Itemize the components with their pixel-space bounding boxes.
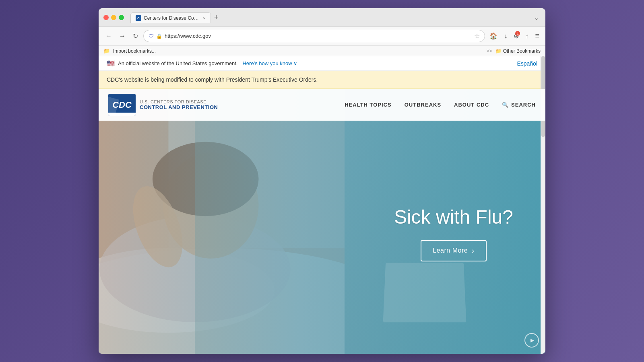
address-bar[interactable]: 🛡 🔒 https://www.cdc.gov ☆	[143, 30, 485, 42]
extensions-badge: 1	[515, 31, 520, 36]
search-icon: 🔍	[502, 102, 509, 108]
tab-favicon: C	[136, 15, 141, 21]
search-label: SEARCH	[511, 102, 536, 108]
nav-about-cdc[interactable]: ABOUT CDC	[454, 102, 489, 108]
nav-icon-group: 🏠 ↓ ⊕ 1 ↑ ≡	[488, 31, 541, 41]
learn-more-chevron-icon: ›	[472, 247, 475, 255]
forward-button[interactable]: →	[117, 31, 128, 41]
cdc-logo[interactable]: CDC U.S. CENTERS FOR DISEASE CONTROL AND…	[108, 94, 218, 116]
cdc-org-bottom: CONTROL AND PREVENTION	[140, 104, 218, 110]
title-bar: C Centers for Disease Control and × + ⌄	[99, 8, 545, 27]
menu-button[interactable]: ≡	[534, 31, 541, 41]
download-button[interactable]: ↓	[503, 31, 508, 41]
lock-icon: 🔒	[156, 33, 162, 39]
alert-banner: CDC's website is being modified to compl…	[99, 71, 545, 89]
cdc-header: CDC U.S. CENTERS FOR DISEASE CONTROL AND…	[99, 89, 545, 121]
nav-outbreaks[interactable]: OUTBREAKS	[405, 102, 441, 108]
tabs-row: C Centers for Disease Control and × + ⌄	[130, 12, 541, 23]
extensions-button[interactable]: ⊕ 1	[512, 31, 520, 41]
tabs-chevron[interactable]: ⌄	[534, 14, 539, 21]
learn-more-button[interactable]: Learn More ›	[421, 240, 486, 261]
other-bookmarks-folder-icon: 📁	[495, 48, 502, 54]
gov-banner-left: 🇺🇸 An official website of the United Sta…	[107, 60, 297, 67]
pocket-button[interactable]: 🏠	[488, 31, 499, 41]
cdc-logo-box: CDC	[108, 94, 136, 116]
us-flag-icon: 🇺🇸	[107, 60, 115, 67]
import-bookmarks-link[interactable]: Import bookmarks...	[113, 48, 156, 54]
bookmarks-bar: 📁 Import bookmarks... >> 📁 Other Bookmar…	[99, 46, 545, 56]
active-tab[interactable]: C Centers for Disease Control and ×	[130, 12, 211, 23]
hero-title: Sick with Flu?	[394, 206, 513, 228]
how-you-know-link[interactable]: Here's how you know ∨	[242, 60, 297, 66]
play-icon: ▶	[530, 337, 534, 343]
maximize-button[interactable]	[119, 15, 124, 20]
cdc-org-top: U.S. CENTERS FOR DISEASE	[140, 99, 218, 104]
nav-health-topics[interactable]: HEALTH TOPICS	[345, 102, 392, 108]
hero-content: Sick with Flu? Learn More ›	[394, 206, 513, 261]
other-bookmarks[interactable]: 📁 Other Bookmarks	[495, 48, 541, 54]
cdc-org-name: U.S. CENTERS FOR DISEASE CONTROL AND PRE…	[140, 99, 218, 110]
back-button[interactable]: ←	[103, 31, 114, 41]
share-button[interactable]: ↑	[524, 31, 530, 41]
window-controls	[103, 15, 124, 20]
bookmarks-chevron[interactable]: >>	[487, 48, 492, 54]
import-bookmarks-label: Import bookmarks...	[113, 48, 156, 54]
cdc-website-content: CDC U.S. CENTERS FOR DISEASE CONTROL AND…	[99, 89, 545, 354]
url-text: https://www.cdc.gov	[165, 33, 472, 39]
learn-more-label: Learn More	[433, 247, 468, 254]
bookmarks-folder-icon: 📁	[103, 48, 110, 54]
cdc-logo-stripe	[108, 113, 136, 116]
nav-bar: ← → ↻ 🛡 🔒 https://www.cdc.gov ☆ 🏠 ↓ ⊕ 1 …	[99, 27, 545, 46]
browser-window: C Centers for Disease Control and × + ⌄ …	[99, 8, 545, 354]
alert-banner-text: CDC's website is being modified to compl…	[107, 76, 318, 83]
tab-title: Centers for Disease Control and	[144, 15, 201, 21]
close-button[interactable]	[103, 15, 109, 20]
refresh-button[interactable]: ↻	[131, 31, 140, 41]
tab-close-button[interactable]: ×	[203, 16, 206, 21]
cdc-nav: HEALTH TOPICS OUTBREAKS ABOUT CDC 🔍 SEAR…	[345, 102, 536, 108]
cdc-search-button[interactable]: 🔍 SEARCH	[502, 102, 536, 108]
new-tab-button[interactable]: +	[211, 13, 222, 22]
laptop-decoration	[383, 263, 466, 322]
play-button[interactable]: ▶	[524, 333, 539, 348]
page-content: 🇺🇸 An official website of the United Sta…	[99, 56, 545, 354]
gov-banner-text: An official website of the United States…	[118, 60, 237, 66]
bookmark-star-icon[interactable]: ☆	[474, 32, 480, 40]
gov-banner: 🇺🇸 An official website of the United Sta…	[99, 56, 545, 71]
hero-section: Sick with Flu? Learn More › ▶	[99, 89, 545, 354]
chevron-down-icon: ∨	[293, 60, 297, 66]
espanol-link[interactable]: Español	[517, 60, 537, 67]
other-bookmarks-label: Other Bookmarks	[503, 48, 541, 54]
minimize-button[interactable]	[111, 15, 116, 20]
shield-icon: 🛡	[149, 33, 154, 39]
cdc-logo-text: CDC	[112, 100, 132, 110]
